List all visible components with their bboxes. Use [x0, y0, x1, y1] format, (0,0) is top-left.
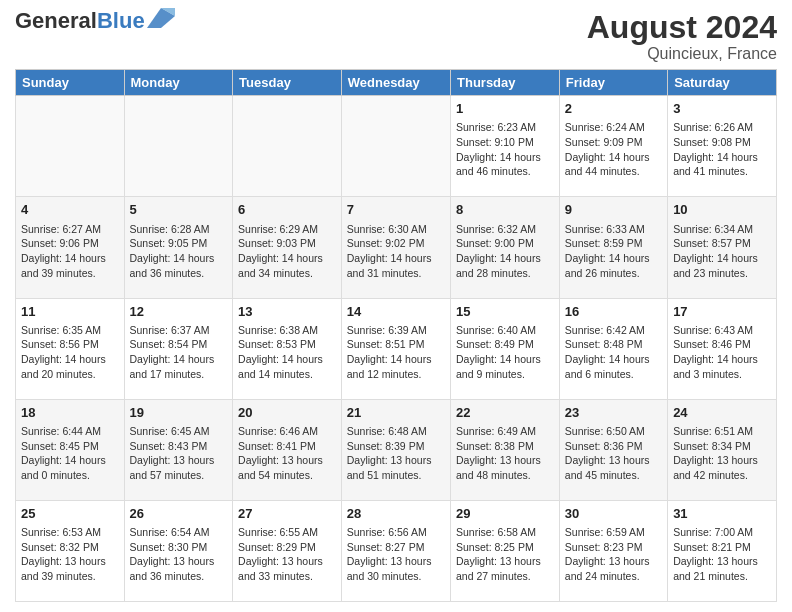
calendar-cell: 6Sunrise: 6:29 AMSunset: 9:03 PMDaylight…	[233, 197, 342, 298]
day-number: 29	[456, 505, 554, 523]
day-info: Sunrise: 6:49 AMSunset: 8:38 PMDaylight:…	[456, 424, 554, 483]
day-number: 28	[347, 505, 445, 523]
day-info: Sunrise: 6:53 AMSunset: 8:32 PMDaylight:…	[21, 525, 119, 584]
calendar-week-row: 11Sunrise: 6:35 AMSunset: 8:56 PMDayligh…	[16, 298, 777, 399]
calendar-cell: 31Sunrise: 7:00 AMSunset: 8:21 PMDayligh…	[668, 500, 777, 601]
calendar-cell: 19Sunrise: 6:45 AMSunset: 8:43 PMDayligh…	[124, 399, 233, 500]
calendar-cell: 30Sunrise: 6:59 AMSunset: 8:23 PMDayligh…	[559, 500, 667, 601]
day-info: Sunrise: 6:32 AMSunset: 9:00 PMDaylight:…	[456, 222, 554, 281]
day-number: 10	[673, 201, 771, 219]
day-number: 30	[565, 505, 662, 523]
day-info: Sunrise: 6:28 AMSunset: 9:05 PMDaylight:…	[130, 222, 228, 281]
calendar-cell: 29Sunrise: 6:58 AMSunset: 8:25 PMDayligh…	[451, 500, 560, 601]
day-info: Sunrise: 6:54 AMSunset: 8:30 PMDaylight:…	[130, 525, 228, 584]
logo-general: General	[15, 8, 97, 33]
day-number: 26	[130, 505, 228, 523]
day-info: Sunrise: 6:45 AMSunset: 8:43 PMDaylight:…	[130, 424, 228, 483]
calendar-cell: 20Sunrise: 6:46 AMSunset: 8:41 PMDayligh…	[233, 399, 342, 500]
title-section: August 2024 Quincieux, France	[587, 10, 777, 63]
logo-text: GeneralBlue	[15, 10, 145, 32]
day-number: 16	[565, 303, 662, 321]
day-number: 14	[347, 303, 445, 321]
day-number: 24	[673, 404, 771, 422]
day-info: Sunrise: 6:29 AMSunset: 9:03 PMDaylight:…	[238, 222, 336, 281]
calendar-week-row: 4Sunrise: 6:27 AMSunset: 9:06 PMDaylight…	[16, 197, 777, 298]
day-header-tuesday: Tuesday	[233, 70, 342, 96]
day-number: 22	[456, 404, 554, 422]
day-info: Sunrise: 6:39 AMSunset: 8:51 PMDaylight:…	[347, 323, 445, 382]
day-info: Sunrise: 6:37 AMSunset: 8:54 PMDaylight:…	[130, 323, 228, 382]
calendar-cell: 25Sunrise: 6:53 AMSunset: 8:32 PMDayligh…	[16, 500, 125, 601]
day-header-monday: Monday	[124, 70, 233, 96]
day-number: 12	[130, 303, 228, 321]
calendar-cell: 17Sunrise: 6:43 AMSunset: 8:46 PMDayligh…	[668, 298, 777, 399]
calendar: SundayMondayTuesdayWednesdayThursdayFrid…	[15, 69, 777, 602]
calendar-cell: 24Sunrise: 6:51 AMSunset: 8:34 PMDayligh…	[668, 399, 777, 500]
day-header-thursday: Thursday	[451, 70, 560, 96]
month-year: August 2024	[587, 10, 777, 45]
day-info: Sunrise: 6:58 AMSunset: 8:25 PMDaylight:…	[456, 525, 554, 584]
calendar-cell: 1Sunrise: 6:23 AMSunset: 9:10 PMDaylight…	[451, 96, 560, 197]
logo-blue: Blue	[97, 8, 145, 33]
calendar-cell: 15Sunrise: 6:40 AMSunset: 8:49 PMDayligh…	[451, 298, 560, 399]
calendar-cell: 23Sunrise: 6:50 AMSunset: 8:36 PMDayligh…	[559, 399, 667, 500]
calendar-cell: 18Sunrise: 6:44 AMSunset: 8:45 PMDayligh…	[16, 399, 125, 500]
day-number: 3	[673, 100, 771, 118]
calendar-header-row: SundayMondayTuesdayWednesdayThursdayFrid…	[16, 70, 777, 96]
calendar-cell: 13Sunrise: 6:38 AMSunset: 8:53 PMDayligh…	[233, 298, 342, 399]
day-number: 4	[21, 201, 119, 219]
day-header-sunday: Sunday	[16, 70, 125, 96]
logo-icon	[147, 8, 175, 28]
day-number: 31	[673, 505, 771, 523]
calendar-week-row: 18Sunrise: 6:44 AMSunset: 8:45 PMDayligh…	[16, 399, 777, 500]
day-header-wednesday: Wednesday	[341, 70, 450, 96]
calendar-cell: 2Sunrise: 6:24 AMSunset: 9:09 PMDaylight…	[559, 96, 667, 197]
day-number: 8	[456, 201, 554, 219]
calendar-week-row: 25Sunrise: 6:53 AMSunset: 8:32 PMDayligh…	[16, 500, 777, 601]
calendar-cell	[341, 96, 450, 197]
calendar-week-row: 1Sunrise: 6:23 AMSunset: 9:10 PMDaylight…	[16, 96, 777, 197]
day-info: Sunrise: 6:23 AMSunset: 9:10 PMDaylight:…	[456, 120, 554, 179]
calendar-cell: 12Sunrise: 6:37 AMSunset: 8:54 PMDayligh…	[124, 298, 233, 399]
day-number: 7	[347, 201, 445, 219]
day-info: Sunrise: 6:51 AMSunset: 8:34 PMDaylight:…	[673, 424, 771, 483]
calendar-cell	[16, 96, 125, 197]
day-info: Sunrise: 6:48 AMSunset: 8:39 PMDaylight:…	[347, 424, 445, 483]
day-info: Sunrise: 6:38 AMSunset: 8:53 PMDaylight:…	[238, 323, 336, 382]
calendar-cell: 9Sunrise: 6:33 AMSunset: 8:59 PMDaylight…	[559, 197, 667, 298]
calendar-cell: 26Sunrise: 6:54 AMSunset: 8:30 PMDayligh…	[124, 500, 233, 601]
day-number: 1	[456, 100, 554, 118]
calendar-cell: 21Sunrise: 6:48 AMSunset: 8:39 PMDayligh…	[341, 399, 450, 500]
calendar-cell: 5Sunrise: 6:28 AMSunset: 9:05 PMDaylight…	[124, 197, 233, 298]
day-number: 17	[673, 303, 771, 321]
day-header-saturday: Saturday	[668, 70, 777, 96]
day-info: Sunrise: 6:46 AMSunset: 8:41 PMDaylight:…	[238, 424, 336, 483]
day-info: Sunrise: 7:00 AMSunset: 8:21 PMDaylight:…	[673, 525, 771, 584]
day-info: Sunrise: 6:43 AMSunset: 8:46 PMDaylight:…	[673, 323, 771, 382]
calendar-cell: 11Sunrise: 6:35 AMSunset: 8:56 PMDayligh…	[16, 298, 125, 399]
day-number: 19	[130, 404, 228, 422]
calendar-cell	[233, 96, 342, 197]
calendar-cell: 14Sunrise: 6:39 AMSunset: 8:51 PMDayligh…	[341, 298, 450, 399]
day-info: Sunrise: 6:30 AMSunset: 9:02 PMDaylight:…	[347, 222, 445, 281]
day-info: Sunrise: 6:40 AMSunset: 8:49 PMDaylight:…	[456, 323, 554, 382]
calendar-cell: 8Sunrise: 6:32 AMSunset: 9:00 PMDaylight…	[451, 197, 560, 298]
day-number: 27	[238, 505, 336, 523]
calendar-cell: 22Sunrise: 6:49 AMSunset: 8:38 PMDayligh…	[451, 399, 560, 500]
day-number: 6	[238, 201, 336, 219]
header: GeneralBlue August 2024 Quincieux, Franc…	[15, 10, 777, 63]
day-number: 21	[347, 404, 445, 422]
calendar-cell: 16Sunrise: 6:42 AMSunset: 8:48 PMDayligh…	[559, 298, 667, 399]
day-info: Sunrise: 6:56 AMSunset: 8:27 PMDaylight:…	[347, 525, 445, 584]
day-number: 9	[565, 201, 662, 219]
location: Quincieux, France	[587, 45, 777, 63]
calendar-cell: 28Sunrise: 6:56 AMSunset: 8:27 PMDayligh…	[341, 500, 450, 601]
day-info: Sunrise: 6:24 AMSunset: 9:09 PMDaylight:…	[565, 120, 662, 179]
day-info: Sunrise: 6:50 AMSunset: 8:36 PMDaylight:…	[565, 424, 662, 483]
day-number: 23	[565, 404, 662, 422]
day-number: 5	[130, 201, 228, 219]
day-info: Sunrise: 6:44 AMSunset: 8:45 PMDaylight:…	[21, 424, 119, 483]
day-info: Sunrise: 6:26 AMSunset: 9:08 PMDaylight:…	[673, 120, 771, 179]
day-info: Sunrise: 6:34 AMSunset: 8:57 PMDaylight:…	[673, 222, 771, 281]
day-header-friday: Friday	[559, 70, 667, 96]
